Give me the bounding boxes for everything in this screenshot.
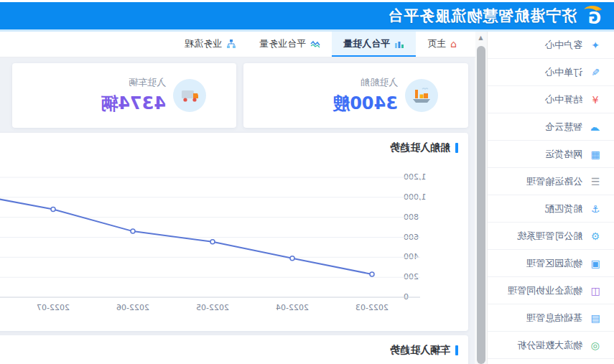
sidebar-item-logistics-park-mgmt[interactable]: ▣物流园区管理: [488, 250, 614, 277]
collab-icon: ◫: [588, 285, 603, 297]
sidebar-item-label: 公路运输管理: [526, 175, 582, 188]
title-accent-bar: [455, 345, 458, 355]
sidebar-item-label: 基础信息管理: [526, 312, 582, 325]
sidebar-item-label: 网络货运: [545, 148, 582, 161]
sidebar-scrollbar[interactable]: ▲: [475, 32, 488, 364]
home-icon: ⌂: [450, 39, 457, 49]
sidebar-item-settlement-center[interactable]: ¥结算中心: [488, 86, 614, 113]
scroll-up-icon[interactable]: ▲: [475, 32, 487, 44]
analytics-icon: ◎: [588, 340, 603, 351]
scrollbar-thumb[interactable]: [477, 46, 485, 364]
title-accent-bar: [455, 143, 458, 153]
tab-platform-business-volume[interactable]: 平台业务量: [248, 32, 332, 57]
bar-chart-icon: [394, 39, 404, 49]
app-logo-icon: G: [582, 4, 607, 28]
road-transport-icon: ☰: [588, 176, 603, 187]
settlement-icon: ¥: [588, 94, 603, 106]
line-chart-icon: [310, 39, 320, 49]
order-icon: ✎: [588, 67, 603, 78]
tab-label: 平台入驻量: [343, 37, 390, 50]
stat-label: 入驻船舶: [332, 76, 398, 89]
stat-label: 入驻车辆: [101, 76, 166, 89]
customer-icon: ✦: [588, 39, 603, 51]
logo-letter: G: [588, 9, 601, 27]
tab-home[interactable]: ⌂ 主页: [416, 32, 468, 57]
trend-line-chart: [0, 177, 420, 307]
tab-platform-entry-volume[interactable]: 平台入驻量: [332, 32, 416, 57]
sidebar-item-smart-cloud-warehouse[interactable]: ☁智慧云仓: [488, 113, 614, 141]
network-freight-icon: ▦: [588, 149, 603, 160]
truck-icon: [173, 79, 206, 112]
panel-title: 船舶入驻趋势: [0, 133, 468, 154]
sidebar-item-label: 客户中心: [545, 39, 582, 52]
vehicle-trend-panel: 车辆入驻趋势: [0, 335, 468, 364]
sidebar-item-enterprise-collab-mgmt[interactable]: ◫物流企业协同管理: [488, 277, 614, 304]
tab-label: 主页: [427, 37, 446, 50]
ship-trend-panel: 船舶入驻趋势 02004006008001,0001,200 2022-0320…: [0, 133, 468, 331]
tab-bar: ⌂ 主页 平台入驻量 平台业务量 业务流程: [0, 32, 475, 57]
vehicle-trend-title: 车辆入驻趋势: [390, 344, 450, 357]
flow-icon: [226, 39, 236, 49]
stat-value: 4374辆: [101, 92, 166, 115]
cloud-warehouse-icon: ☁: [588, 121, 603, 133]
app-title: 济宁港航智慧物流服务平台: [387, 6, 577, 26]
ship-cargo-icon: ⚓: [588, 203, 603, 215]
panel-title: 车辆入驻趋势: [0, 335, 468, 357]
tab-business-process[interactable]: 业务流程: [173, 32, 248, 57]
park-icon: ▣: [588, 258, 603, 269]
sidebar: ✦客户中心 ✎订单中心 ¥结算中心 ☁智慧云仓 ▦网络货运 ☰公路运输管理 ⚓船…: [488, 32, 614, 364]
ship-icon: [405, 79, 438, 112]
info-icon: ▤: [588, 312, 603, 324]
ship-trend-title: 船舶入驻趋势: [390, 141, 450, 154]
sidebar-item-ship-cargo-match[interactable]: ⚓船货匹配: [488, 195, 614, 223]
stat-card-vehicles: 入驻车辆 4374辆: [12, 63, 236, 128]
gear-icon: ⚙: [588, 230, 603, 242]
stat-card-ships: 入驻船舶 3400艘: [243, 63, 468, 128]
sidebar-item-road-transport[interactable]: ☰公路运输管理: [488, 168, 614, 195]
sidebar-item-basic-info-mgmt[interactable]: ▤基础信息管理: [488, 304, 614, 332]
stat-value: 3400艘: [332, 92, 398, 115]
mirrored-screen: G 济宁港航智慧物流服务平台 ✦客户中心 ✎订单中心 ¥结算中心 ☁智慧云仓 ▦…: [0, 0, 614, 364]
sidebar-item-label: 物流大数据分析: [517, 339, 582, 352]
sidebar-item-big-data-analysis[interactable]: ◎物流大数据分析: [488, 332, 614, 359]
sidebar-item-order-center[interactable]: ✎订单中心: [488, 59, 614, 86]
sidebar-item-label: 智慧云仓: [545, 121, 582, 134]
sidebar-item-label: 结算中心: [545, 93, 582, 106]
sidebar-item-label: 物流企业协同管理: [508, 284, 582, 297]
sidebar-item-shipping-company-mgmt[interactable]: ⚙船公司管理系统: [488, 223, 614, 250]
sidebar-item-customer-center[interactable]: ✦客户中心: [488, 32, 614, 59]
tab-label: 平台业务量: [259, 37, 306, 50]
sidebar-item-label: 船公司管理系统: [517, 230, 582, 243]
app-header: G 济宁港航智慧物流服务平台: [0, 2, 614, 29]
tab-label: 业务流程: [185, 37, 222, 50]
sidebar-item-label: 物流园区管理: [526, 257, 582, 270]
sidebar-item-network-freight[interactable]: ▦网络货运: [488, 141, 614, 168]
sidebar-item-label: 订单中心: [545, 66, 582, 79]
sidebar-item-label: 船货匹配: [545, 202, 582, 215]
